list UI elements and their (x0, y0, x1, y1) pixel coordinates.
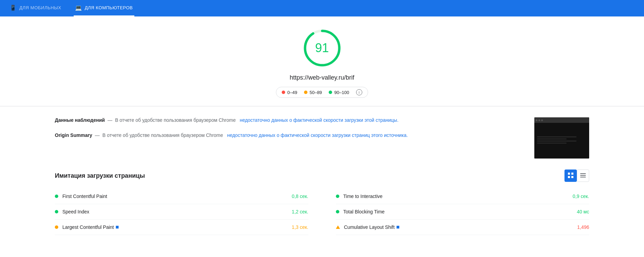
metric-row-cls: Cumulative Layout Shift 1,496 (336, 220, 590, 235)
desktop-icon: 💻 (75, 4, 82, 11)
tab-mobile-label: ДЛЯ МОБИЛЬНЫХ (20, 5, 61, 10)
metrics-title: Имитация загрузки страницы (55, 172, 145, 179)
tab-mobile[interactable]: 📱 ДЛЯ МОБИЛЬНЫХ (8, 0, 63, 16)
screenshot-line (537, 139, 567, 139)
observations: Данные наблюдений — В отчете об удобстве… (55, 117, 521, 148)
score-value: 91 (315, 41, 329, 55)
toggle-grid-button[interactable] (564, 170, 577, 182)
obs1-title: Данные наблюдений (55, 117, 105, 123)
tab-desktop[interactable]: 💻 ДЛЯ КОМПЬЮТЕРОВ (74, 0, 134, 16)
metric-dot-si (55, 210, 58, 213)
score-url: https://web-valley.ru/brif (290, 74, 354, 81)
screenshot-body (534, 123, 589, 159)
observation-block-1: Данные наблюдений — В отчете об удобстве… (55, 117, 521, 123)
metric-row-si: Speed Index 1,2 сек. (55, 204, 308, 220)
score-section: 91 https://web-valley.ru/brif 0–49 50–89… (0, 16, 644, 106)
svg-rect-4 (568, 176, 570, 178)
score-circle: 91 (302, 27, 343, 69)
legend-mid: 50–89 (304, 90, 322, 95)
screenshot-line (537, 141, 576, 141)
metric-row-lcp: Largest Contentful Paint 1,3 сек. (55, 220, 308, 235)
metrics-header: Имитация загрузки страницы (55, 170, 589, 182)
metric-row-fcp: First Contentful Paint 0,8 сек. (55, 189, 308, 204)
metric-name-lcp: Largest Contentful Paint (62, 224, 284, 230)
metric-value-cls: 1,496 (565, 224, 589, 230)
view-toggle (564, 170, 589, 182)
list-icon (580, 172, 586, 179)
metric-value-tti: 0,9 сек. (565, 194, 589, 199)
metric-dot-tti (336, 195, 339, 198)
top-navigation: 📱 ДЛЯ МОБИЛЬНЫХ 💻 ДЛЯ КОМПЬЮТЕРОВ (0, 0, 644, 16)
svg-rect-2 (568, 173, 570, 175)
metric-dot-lcp (55, 225, 58, 229)
obs2-link[interactable]: недостаточно данных о фактической скорос… (227, 132, 408, 138)
metric-row-tti: Time to Interactive 0,9 сек. (336, 189, 590, 204)
metric-value-tbt: 40 мс (565, 209, 589, 214)
metric-dot-cls (336, 225, 340, 229)
legend-high-label: 90–100 (334, 90, 349, 95)
svg-rect-7 (580, 175, 586, 176)
screenshot-dot-1 (536, 119, 537, 121)
metrics-section: Имитация загрузки страницы (0, 170, 644, 246)
screenshot-bar (534, 117, 589, 123)
mobile-icon: 📱 (10, 4, 17, 11)
screenshot-dot-3 (541, 119, 543, 121)
obs2-title: Origin Summary (55, 132, 92, 138)
screenshot-dot-2 (538, 119, 540, 121)
metric-name-cls: Cumulative Layout Shift (344, 224, 566, 230)
toggle-list-button[interactable] (577, 170, 589, 182)
dot-orange (304, 91, 307, 94)
metrics-col-left: First Contentful Paint 0,8 сек. Speed In… (55, 189, 322, 235)
metrics-col-right: Time to Interactive 0,9 сек. Total Block… (322, 189, 590, 235)
metric-dot-fcp (55, 195, 58, 198)
metric-name-tbt: Total Blocking Time (343, 209, 566, 214)
svg-rect-8 (580, 177, 586, 177)
content-section: Данные наблюдений — В отчете об удобстве… (0, 106, 644, 170)
grid-icon (568, 172, 574, 179)
metric-value-si: 1,2 сек. (284, 209, 308, 214)
obs1-dash: — (108, 117, 114, 123)
metric-dot-tbt (336, 210, 339, 213)
legend-mid-label: 50–89 (309, 90, 322, 95)
metric-value-fcp: 0,8 сек. (284, 194, 308, 199)
metric-row-tbt: Total Blocking Time 40 мс (336, 204, 590, 220)
dot-red (282, 91, 285, 94)
metrics-grid: First Contentful Paint 0,8 сек. Speed In… (55, 189, 589, 235)
legend-low: 0–49 (282, 90, 297, 95)
cls-info-link[interactable] (397, 226, 399, 229)
legend-low-label: 0–49 (287, 90, 297, 95)
metric-name-fcp: First Contentful Paint (62, 194, 284, 199)
svg-rect-6 (580, 173, 586, 174)
screenshot-line (537, 137, 576, 137)
tab-desktop-label: ДЛЯ КОМПЬЮТЕРОВ (85, 5, 133, 10)
lcp-info-link[interactable] (116, 226, 119, 229)
screenshot-lines (537, 137, 586, 145)
legend-high: 90–100 (329, 90, 349, 95)
dot-green (329, 91, 332, 94)
observation-block-2: Origin Summary — В отчете об удобстве по… (55, 132, 521, 138)
screenshot-thumbnail (534, 117, 589, 159)
obs2-dash: — (95, 132, 101, 138)
metric-value-lcp: 1,3 сек. (284, 224, 308, 230)
obs1-prefix: В отчете об удобстве пользования браузер… (115, 117, 236, 123)
obs2-prefix: В отчете об удобстве пользования браузер… (102, 132, 223, 138)
screenshot-line (537, 143, 567, 143)
svg-rect-3 (571, 173, 573, 175)
info-icon[interactable]: i (356, 89, 362, 95)
metric-name-tti: Time to Interactive (343, 194, 566, 199)
score-legend: 0–49 50–89 90–100 i (276, 87, 368, 98)
svg-rect-5 (571, 176, 573, 178)
obs1-link[interactable]: недостаточно данных о фактической скорос… (240, 117, 398, 123)
metric-name-si: Speed Index (62, 209, 284, 214)
